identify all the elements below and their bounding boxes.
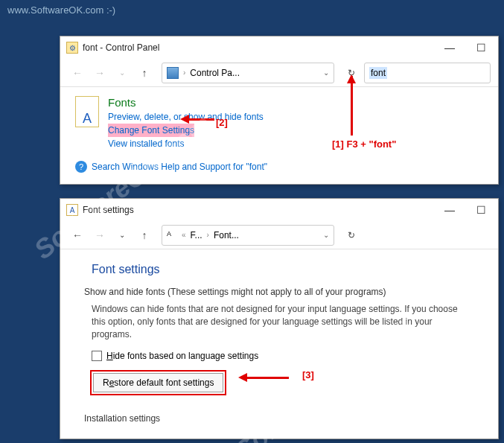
results-area: A Fonts Preview, delete, or show and hid… [60, 87, 498, 180]
refresh-button[interactable]: ↻ [342, 230, 361, 240]
font-icon: A [66, 204, 78, 216]
fonts-heading[interactable]: Fonts [108, 96, 264, 109]
pane-title: Font settings [92, 263, 489, 276]
up-button[interactable]: ↑ [135, 226, 154, 245]
minimize-button[interactable]: — [438, 42, 461, 54]
back-button[interactable]: ← [68, 63, 87, 83]
recent-dropdown[interactable]: ⌄ [112, 226, 132, 245]
chevron-right-icon: › [182, 68, 187, 77]
chevron-right-icon: › [205, 231, 211, 239]
annotation-2: [2] [216, 117, 228, 128]
breadcrumb-text[interactable]: F... [191, 230, 202, 240]
fonts-icon: A [75, 96, 99, 127]
checkbox-icon[interactable] [92, 351, 102, 361]
nav-toolbar: ← → ⌄ ↑ A « F... › Font... ⌄ ↻ [60, 221, 498, 249]
settings-content: Font settings Show and hide fonts (These… [60, 249, 498, 433]
maximize-button[interactable]: ☐ [470, 42, 492, 54]
checkbox-label: Hide fonts based on language settings [106, 351, 258, 361]
forward-button[interactable]: → [90, 226, 109, 245]
change-font-settings-link[interactable]: Change Font Settings [108, 124, 194, 137]
chevron-down-icon[interactable]: ⌄ [323, 68, 329, 77]
control-panel-icon [167, 67, 179, 79]
section-heading: Installation settings [84, 413, 489, 424]
section-heading: Show and hide fonts (These settings migh… [84, 287, 489, 297]
forward-button[interactable]: → [90, 63, 109, 83]
window-title: Font settings [83, 205, 438, 215]
search-input[interactable]: font [364, 63, 491, 83]
control-panel-window: ⚙ font - Control Panel — ☐ ← → ⌄ ↑ › Con… [60, 36, 499, 185]
help-icon: ? [75, 161, 87, 173]
breadcrumb-text[interactable]: Control Pa... [190, 68, 240, 78]
up-button[interactable]: ↑ [135, 63, 154, 83]
highlight-box: Restore default font settings [90, 370, 226, 395]
annotation-3: [3] [302, 369, 314, 380]
window-title: font - Control Panel [83, 42, 438, 53]
search-help-link[interactable]: Search Windows Help and Support for "fon… [92, 162, 267, 172]
breadcrumb-text[interactable]: Font... [214, 230, 239, 240]
minimize-button[interactable]: — [438, 204, 461, 216]
back-button[interactable]: ← [68, 226, 87, 245]
page-url-label: www.SoftwareOK.com :-) [7, 4, 115, 16]
recent-dropdown[interactable]: ⌄ [112, 63, 132, 83]
maximize-button[interactable]: ☐ [470, 204, 492, 216]
restore-default-button[interactable]: Restore default font settings [93, 373, 223, 392]
address-bar[interactable]: A « F... › Font... ⌄ [162, 225, 334, 246]
view-installed-fonts-link[interactable]: View installed fonts [108, 137, 264, 150]
titlebar[interactable]: A Font settings — ☐ [60, 199, 498, 221]
hide-fonts-checkbox[interactable]: Hide fonts based on language settings [92, 351, 489, 361]
font-settings-window: A Font settings — ☐ ← → ⌄ ↑ A « F... › F… [60, 198, 499, 439]
font-icon: A [167, 230, 177, 240]
control-panel-icon: ⚙ [66, 42, 78, 54]
search-value: font [369, 67, 387, 79]
titlebar[interactable]: ⚙ font - Control Panel — ☐ [60, 36, 498, 59]
nav-toolbar: ← → ⌄ ↑ › Control Pa... ⌄ ↻ font [60, 59, 498, 87]
chevron-left-icon[interactable]: « [180, 231, 188, 239]
annotation-1: [1] F3 + "font" [332, 138, 396, 150]
address-bar[interactable]: › Control Pa... ⌄ [162, 63, 334, 83]
chevron-down-icon[interactable]: ⌄ [323, 231, 329, 239]
section-description: Windows can hide fonts that are not desi… [92, 303, 467, 340]
